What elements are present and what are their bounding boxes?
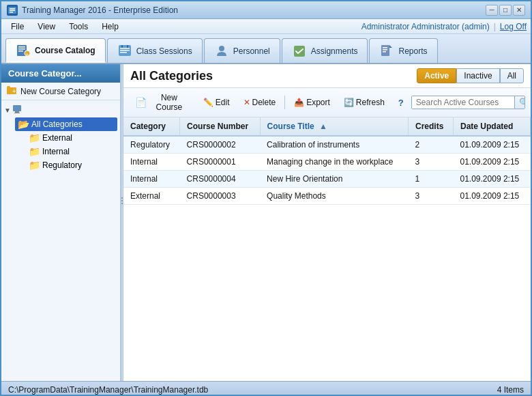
svg-rect-28 <box>15 111 19 113</box>
app-title: Training Manager 2016 - Enterprise Editi… <box>22 5 486 15</box>
cell-course_number: CRS0000004 <box>180 171 261 188</box>
cell-course_title: Calibration of instruments <box>260 136 408 154</box>
filter-all-button[interactable]: All <box>500 68 524 83</box>
tab-personnel[interactable]: Personnel <box>204 38 280 63</box>
new-course-button[interactable]: 📄 New Course <box>129 91 196 114</box>
minimize-button[interactable]: ─ <box>486 5 498 16</box>
menu-tools[interactable]: Tools <box>63 20 93 33</box>
search-button[interactable]: 🔍 <box>514 96 525 109</box>
window-controls[interactable]: ─ □ ✕ <box>486 5 525 16</box>
tree-item-external[interactable]: 📁 External <box>26 131 117 145</box>
folder-icon-external: 📁 <box>29 132 40 143</box>
main-content: Course Categor... + New Course Category … <box>1 64 531 381</box>
svg-rect-22 <box>383 51 386 53</box>
svg-rect-14 <box>121 45 123 48</box>
tree-view: ▼ 📂 All Categories 📁 <box>1 100 120 381</box>
svg-rect-20 <box>383 47 387 48</box>
edit-label: Edit <box>216 98 230 107</box>
data-table: Category Course Number Course Title ▲ Cr… <box>123 117 531 381</box>
cell-course_title: New Hire Orientation <box>260 171 408 188</box>
tab-reports[interactable]: Reports <box>369 38 437 63</box>
cell-credits: 1 <box>409 171 454 188</box>
svg-rect-11 <box>120 48 130 49</box>
svg-point-16 <box>219 46 224 51</box>
table-row[interactable]: ExternalCRS0000003Quality Methods301.09.… <box>123 188 531 205</box>
svg-rect-27 <box>13 105 21 111</box>
tab-class-sessions[interactable]: Class Sessions <box>107 38 203 63</box>
svg-marker-19 <box>389 45 392 48</box>
col-header-course-number[interactable]: Course Number <box>180 117 261 136</box>
close-button[interactable]: ✕ <box>513 5 525 16</box>
menu-bar: File View Tools Help Administrator Admin… <box>1 19 531 34</box>
new-course-category-button[interactable]: + New Course Category <box>1 83 120 100</box>
export-icon: 📤 <box>294 98 304 107</box>
computer-icon <box>12 104 22 116</box>
svg-rect-29 <box>14 113 20 113</box>
table-row[interactable]: InternalCRS0000001Managing change in the… <box>123 154 531 171</box>
search-box: 🔍 <box>411 96 525 109</box>
svg-rect-18 <box>381 45 389 56</box>
cell-credits: 3 <box>409 154 454 171</box>
cell-course_title: Quality Methods <box>260 188 408 205</box>
col-header-course-title[interactable]: Course Title ▲ <box>260 117 408 136</box>
maximize-button[interactable]: □ <box>499 5 512 16</box>
table-header-row: Category Course Number Course Title ▲ Cr… <box>123 117 531 136</box>
export-button[interactable]: 📤 Export <box>288 96 336 109</box>
edit-button[interactable]: ✏️ Edit <box>197 96 236 109</box>
table-row[interactable]: RegulatoryCRS0000002Calibration of instr… <box>123 136 531 154</box>
panel-title: All Categories <box>130 69 213 83</box>
tab-bar: + Course Catalog Class Sessions Personne… <box>1 34 531 64</box>
col-header-date-updated[interactable]: Date Updated <box>454 117 531 136</box>
table-row[interactable]: InternalCRS0000004New Hire Orientation10… <box>123 171 531 188</box>
tree-item-internal[interactable]: 📁 Internal <box>26 145 117 158</box>
toolbar: 📄 New Course ✏️ Edit ✕ Delete 📤 Export 🔄… <box>123 88 531 117</box>
filter-inactive-button[interactable]: Inactive <box>456 68 499 83</box>
delete-button[interactable]: ✕ Delete <box>237 96 282 109</box>
tree-item-all-categories[interactable]: 📂 All Categories <box>15 117 117 131</box>
svg-rect-13 <box>120 52 127 53</box>
help-button[interactable]: ? <box>392 96 410 110</box>
tree-item-external-label: External <box>42 133 72 143</box>
left-panel-title: Course Categor... <box>8 68 82 79</box>
right-header: All Categories Active Inactive All <box>123 64 531 88</box>
svg-rect-6 <box>18 48 25 50</box>
menu-file[interactable]: File <box>5 20 29 33</box>
svg-rect-25 <box>7 86 10 88</box>
col-header-category[interactable]: Category <box>123 117 180 136</box>
cell-date_updated: 01.09.2009 2:15 <box>454 171 531 188</box>
left-panel-header: Course Categor... <box>1 64 120 83</box>
filter-active-button[interactable]: Active <box>417 68 456 83</box>
tree-expand-icon: ▼ <box>4 107 11 114</box>
col-header-credits[interactable]: Credits <box>409 117 454 136</box>
logoff-link[interactable]: Log Off <box>500 22 527 31</box>
search-input[interactable] <box>412 96 514 109</box>
tab-class-sessions-label: Class Sessions <box>136 46 192 56</box>
status-bar: C:\ProgramData\TrainingManager\TrainingM… <box>1 381 531 396</box>
refresh-label: Refresh <box>356 98 385 107</box>
tab-course-catalog[interactable]: + Course Catalog <box>5 38 106 63</box>
menu-view[interactable]: View <box>32 20 61 33</box>
tab-assignments[interactable]: Assignments <box>282 38 368 63</box>
sort-arrow-icon: ▲ <box>319 122 327 131</box>
cell-category: Regulatory <box>123 136 180 154</box>
col-header-course-title-label: Course Title <box>267 122 314 131</box>
refresh-button[interactable]: 🔄 Refresh <box>338 96 391 109</box>
cell-course_number: CRS0000002 <box>180 136 261 154</box>
tree-item-regulatory[interactable]: 📁 Regulatory <box>26 158 117 172</box>
refresh-icon: 🔄 <box>344 98 354 107</box>
cell-credits: 3 <box>409 188 454 205</box>
export-label: Export <box>306 98 330 107</box>
svg-rect-2 <box>10 10 15 11</box>
delete-icon: ✕ <box>243 98 250 107</box>
new-course-icon: 📄 <box>135 97 147 108</box>
help-icon: ? <box>398 98 404 108</box>
cell-date_updated: 01.09.2009 2:15 <box>454 154 531 171</box>
menu-help[interactable]: Help <box>96 20 124 33</box>
svg-rect-7 <box>18 51 23 52</box>
course-catalog-icon: + <box>16 43 31 58</box>
tree-children: 📁 External 📁 Internal 📁 Regulatory <box>15 131 117 172</box>
user-info-section: Administrator Administrator (admin) | Lo… <box>361 22 527 31</box>
tree-item-all-categories-label: All Categories <box>31 119 83 129</box>
cell-category: Internal <box>123 154 180 171</box>
folder-icon-internal: 📁 <box>29 146 40 157</box>
